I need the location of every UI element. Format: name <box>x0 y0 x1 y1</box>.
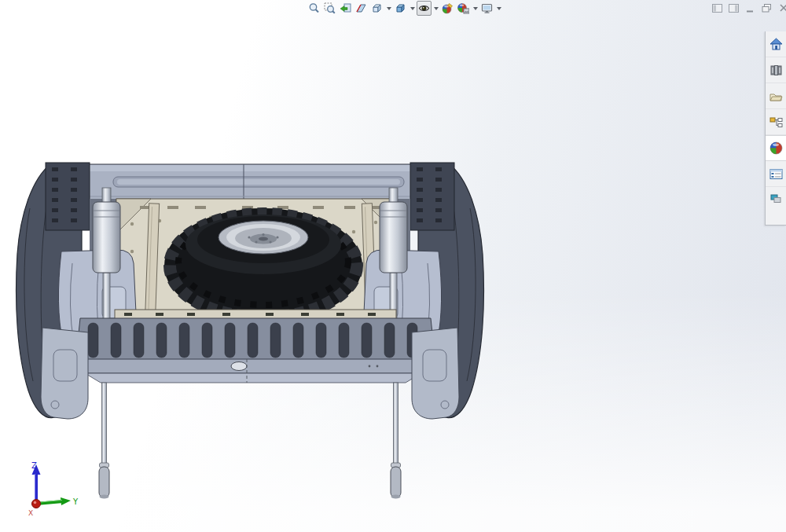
model-corner-right[interactable] <box>412 328 459 419</box>
apply-scene-button[interactable] <box>456 1 471 16</box>
apply-scene-dropdown[interactable] <box>472 1 479 16</box>
windows-icon <box>770 193 782 204</box>
restore-button[interactable] <box>761 2 773 13</box>
tab-design-library[interactable] <box>766 57 786 83</box>
tab-custom-properties[interactable] <box>766 161 786 187</box>
hide-show-items-button[interactable] <box>417 1 432 16</box>
view-orientation-button[interactable] <box>369 1 384 16</box>
edit-appearance-button[interactable] <box>440 1 455 16</box>
hide-show-items-dropdown[interactable] <box>432 1 439 16</box>
triad-x-label: X <box>28 509 33 517</box>
model-rail-left[interactable] <box>46 163 90 230</box>
close-icon <box>779 3 786 13</box>
heads-up-toolbar <box>307 1 502 16</box>
triad-z-axis[interactable] <box>32 464 41 504</box>
view-settings-button[interactable] <box>479 1 494 16</box>
view-palette-icon <box>769 116 783 128</box>
apply-scene-icon <box>457 2 469 14</box>
view-settings-icon <box>481 2 493 14</box>
tab-solidworks-resources[interactable] <box>766 31 786 57</box>
display-style-icon <box>395 2 406 14</box>
eye-icon <box>418 2 430 14</box>
view-orientation-icon <box>371 2 383 14</box>
task-pane <box>765 31 786 226</box>
model-rail-right[interactable] <box>410 163 454 230</box>
home-icon <box>769 38 783 50</box>
toggle-right-pane-button[interactable] <box>728 2 740 13</box>
model-bed-floor[interactable] <box>75 318 435 364</box>
previous-view-button[interactable] <box>338 1 353 16</box>
view-orientation-dropdown[interactable] <box>385 1 392 16</box>
zoom-to-fit-icon <box>308 2 320 14</box>
model-cross-sill[interactable] <box>71 359 435 383</box>
display-style-button[interactable] <box>393 1 408 16</box>
model-spare-tire[interactable] <box>164 208 362 323</box>
display-style-dropdown[interactable] <box>409 1 416 16</box>
close-button[interactable] <box>777 2 786 13</box>
model-wheel-rim[interactable] <box>219 221 308 254</box>
appearances-sphere-icon <box>769 141 783 155</box>
toggle-right-pane-icon <box>729 4 739 13</box>
minimize-icon <box>746 4 755 13</box>
zoom-to-area-icon <box>324 2 336 14</box>
triad-y-axis[interactable] <box>36 497 71 505</box>
zoom-to-fit-button[interactable] <box>307 1 321 16</box>
view-settings-dropdown[interactable] <box>495 1 502 16</box>
restore-icon <box>762 3 772 13</box>
triad-y-label: Y <box>72 497 79 506</box>
custom-properties-icon <box>769 168 783 180</box>
reference-triad: Z Y X <box>19 460 80 521</box>
section-view-button[interactable] <box>354 1 369 16</box>
graphics-viewport[interactable]: Z Y X <box>0 0 786 532</box>
toggle-left-pane-icon <box>712 4 722 13</box>
window-controls <box>711 2 786 13</box>
minimize-button[interactable] <box>744 2 756 13</box>
model-corner-left[interactable] <box>41 328 88 419</box>
triad-x-axis[interactable] <box>32 500 41 508</box>
books-icon <box>769 64 783 76</box>
folder-icon <box>769 90 783 102</box>
tab-file-explorer[interactable] <box>766 83 786 109</box>
model-leg-right[interactable] <box>391 383 401 499</box>
section-view-icon <box>355 2 367 14</box>
triad-z-label: Z <box>31 461 37 470</box>
zoom-to-area-button[interactable] <box>322 1 337 16</box>
model-leg-left[interactable] <box>99 383 109 499</box>
tab-view-palette[interactable] <box>766 109 786 135</box>
tab-appearances-scenes[interactable] <box>766 135 786 161</box>
toggle-left-pane-button[interactable] <box>711 2 723 13</box>
edit-appearance-icon <box>442 2 454 14</box>
previous-view-icon <box>340 2 351 14</box>
tab-solidworks-add-ins[interactable] <box>766 189 786 207</box>
